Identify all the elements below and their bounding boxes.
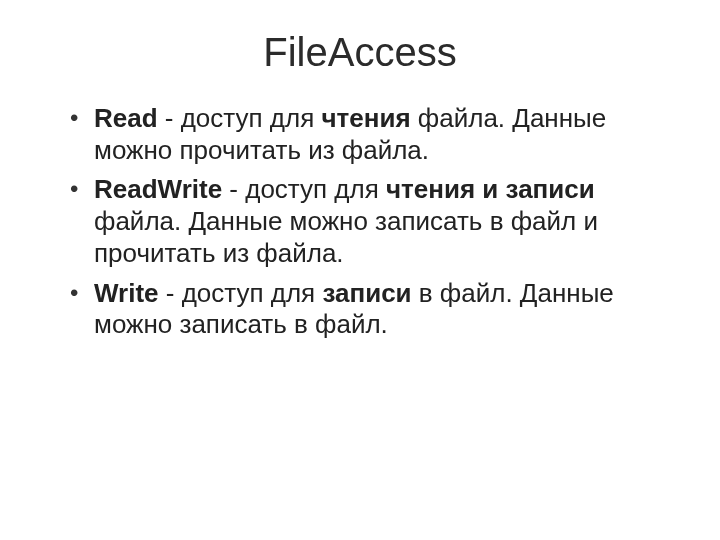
item-emphasis: чтения и записи bbox=[386, 174, 595, 204]
item-emphasis: записи bbox=[322, 278, 411, 308]
bullet-list: Read - доступ для чтения файла. Данные м… bbox=[68, 103, 660, 341]
item-keyword: ReadWrite bbox=[94, 174, 222, 204]
list-item: ReadWrite - доступ для чтения и записи ф… bbox=[68, 174, 660, 269]
item-keyword: Read bbox=[94, 103, 158, 133]
slide: FileAccess Read - доступ для чтения файл… bbox=[0, 0, 720, 540]
item-keyword: Write bbox=[94, 278, 159, 308]
list-item: Write - доступ для записи в файл. Данные… bbox=[68, 278, 660, 341]
list-item: Read - доступ для чтения файла. Данные м… bbox=[68, 103, 660, 166]
item-sep: - доступ для bbox=[159, 278, 323, 308]
item-emphasis: чтения bbox=[321, 103, 410, 133]
slide-title: FileAccess bbox=[60, 30, 660, 75]
item-sep: - доступ для bbox=[222, 174, 386, 204]
item-rest: файла. Данные можно записать в файл и пр… bbox=[94, 206, 598, 268]
item-sep: - доступ для bbox=[158, 103, 322, 133]
